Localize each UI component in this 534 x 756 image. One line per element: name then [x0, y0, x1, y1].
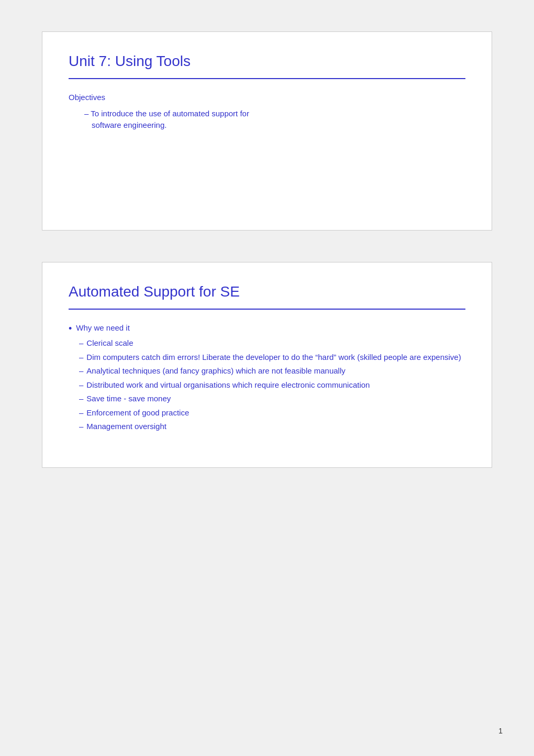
dash-text-0: Clerical scale — [86, 337, 465, 349]
dash-symbol-5: – — [79, 407, 83, 419]
slide-1: Unit 7: Using Tools Objectives – To intr… — [42, 31, 492, 231]
dash-item-5: –Enforcement of good practice — [79, 407, 465, 419]
slide-2-content: • Why we need it –Clerical scale–Dim com… — [69, 322, 465, 433]
bullet-list: • Why we need it –Clerical scale–Dim com… — [69, 322, 465, 433]
slide-2-title: Automated Support for SE — [69, 283, 465, 300]
dash-symbol-1: – — [79, 352, 83, 364]
page-number: 1 — [498, 727, 503, 735]
dash-list: –Clerical scale–Dim computers catch dim … — [69, 337, 465, 433]
dash-text-1: Dim computers catch dim errors! Liberate… — [86, 352, 465, 364]
slide-2: Automated Support for SE • Why we need i… — [42, 262, 492, 468]
objectives-label: Objectives — [69, 92, 465, 104]
dash-symbol-4: – — [79, 393, 83, 405]
sub-item-objective: – To introduce the use of automated supp… — [69, 108, 465, 132]
dash-text-3: Distributed work and virtual organisatio… — [86, 379, 465, 391]
bullet-item-why: • Why we need it –Clerical scale–Dim com… — [69, 322, 465, 433]
dash-item-1: –Dim computers catch dim errors! Liberat… — [79, 352, 465, 364]
dash-text-4: Save time - save money — [86, 393, 465, 405]
dash-item-4: –Save time - save money — [79, 393, 465, 405]
dash-item-6: –Management oversight — [79, 421, 465, 433]
bullet-dot: • — [69, 322, 72, 335]
objective-line1: To introduce the use of automated suppor… — [91, 109, 249, 118]
dash-text-6: Management oversight — [86, 421, 465, 433]
dash-text-2: Analytical techniques (and fancy graphic… — [86, 365, 465, 377]
slide-1-title: Unit 7: Using Tools — [69, 53, 465, 70]
bullet-text-why: Why we need it — [76, 322, 130, 334]
dash-symbol-6: – — [79, 421, 83, 433]
dash-item-2: –Analytical techniques (and fancy graphi… — [79, 365, 465, 377]
slide-1-divider — [69, 78, 465, 79]
dash-symbol-0: – — [79, 337, 83, 349]
dash-item-0: –Clerical scale — [79, 337, 465, 349]
slide-2-divider — [69, 309, 465, 310]
dash-item-3: –Distributed work and virtual organisati… — [79, 379, 465, 391]
slide-1-content: Objectives – To introduce the use of aut… — [69, 92, 465, 132]
dash-symbol-2: – — [79, 365, 83, 377]
bullet-item-why-inner: • Why we need it — [69, 322, 465, 335]
dash-text-5: Enforcement of good practice — [86, 407, 465, 419]
dash-symbol-3: – — [79, 379, 83, 391]
objective-line2: software engineering. — [84, 120, 166, 129]
dash-prefix: – — [84, 109, 91, 118]
